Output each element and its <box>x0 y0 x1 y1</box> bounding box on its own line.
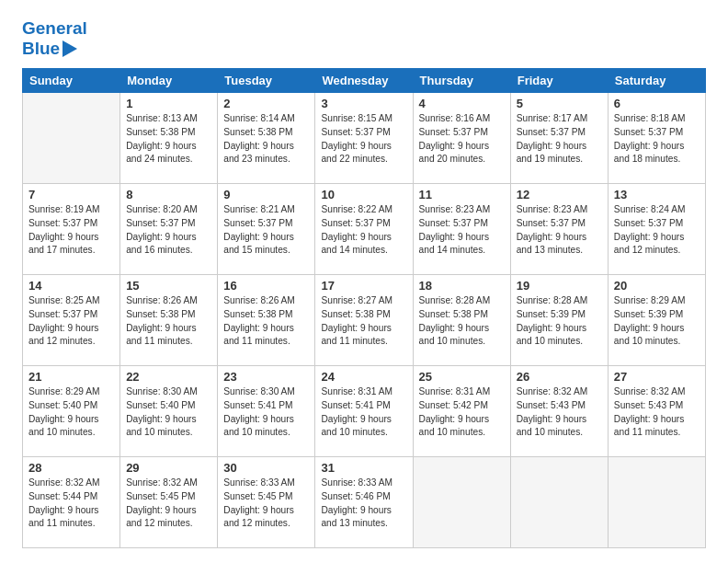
calendar-cell: 14Sunrise: 8:25 AM Sunset: 5:37 PM Dayli… <box>23 275 120 366</box>
day-info: Sunrise: 8:28 AM Sunset: 5:38 PM Dayligh… <box>419 294 505 349</box>
week-row-2: 14Sunrise: 8:25 AM Sunset: 5:37 PM Dayli… <box>23 275 706 366</box>
day-number: 5 <box>517 97 602 110</box>
day-info: Sunrise: 8:26 AM Sunset: 5:38 PM Dayligh… <box>126 294 211 349</box>
calendar-cell: 15Sunrise: 8:26 AM Sunset: 5:38 PM Dayli… <box>120 275 218 366</box>
calendar-cell: 21Sunrise: 8:29 AM Sunset: 5:40 PM Dayli… <box>23 366 120 457</box>
day-info: Sunrise: 8:31 AM Sunset: 5:41 PM Dayligh… <box>321 385 406 440</box>
calendar-cell: 24Sunrise: 8:31 AM Sunset: 5:41 PM Dayli… <box>315 366 413 457</box>
day-number: 24 <box>321 370 406 384</box>
day-number: 11 <box>419 188 505 201</box>
day-info: Sunrise: 8:16 AM Sunset: 5:37 PM Dayligh… <box>419 112 505 167</box>
day-info: Sunrise: 8:21 AM Sunset: 5:37 PM Dayligh… <box>223 203 309 258</box>
calendar-cell <box>23 93 120 184</box>
day-number: 8 <box>126 188 211 201</box>
day-info: Sunrise: 8:32 AM Sunset: 5:45 PM Dayligh… <box>126 477 211 531</box>
calendar-cell <box>608 457 705 548</box>
calendar-cell: 13Sunrise: 8:24 AM Sunset: 5:37 PM Dayli… <box>608 184 705 275</box>
calendar-cell: 4Sunrise: 8:16 AM Sunset: 5:37 PM Daylig… <box>413 93 510 184</box>
logo-arrow-icon <box>63 40 77 57</box>
day-info: Sunrise: 8:29 AM Sunset: 5:39 PM Dayligh… <box>614 294 700 349</box>
calendar-cell: 8Sunrise: 8:20 AM Sunset: 5:37 PM Daylig… <box>120 184 218 275</box>
day-info: Sunrise: 8:26 AM Sunset: 5:38 PM Dayligh… <box>223 294 309 349</box>
day-number: 31 <box>321 461 406 475</box>
weekday-header-monday: Monday <box>120 69 218 93</box>
day-info: Sunrise: 8:33 AM Sunset: 5:46 PM Dayligh… <box>321 477 406 531</box>
calendar-cell: 10Sunrise: 8:22 AM Sunset: 5:37 PM Dayli… <box>315 184 413 275</box>
calendar-cell: 2Sunrise: 8:14 AM Sunset: 5:38 PM Daylig… <box>218 93 315 184</box>
day-number: 16 <box>223 279 309 293</box>
day-number: 23 <box>223 370 309 384</box>
day-info: Sunrise: 8:17 AM Sunset: 5:37 PM Dayligh… <box>517 112 602 167</box>
day-number: 13 <box>614 188 700 201</box>
calendar-cell <box>510 457 608 548</box>
day-info: Sunrise: 8:27 AM Sunset: 5:38 PM Dayligh… <box>321 294 406 349</box>
calendar-cell <box>413 457 510 548</box>
day-number: 4 <box>419 97 505 110</box>
day-number: 25 <box>419 370 505 384</box>
day-number: 6 <box>614 97 700 110</box>
day-info: Sunrise: 8:18 AM Sunset: 5:37 PM Dayligh… <box>614 112 700 167</box>
day-number: 30 <box>223 461 309 475</box>
weekday-header-sunday: Sunday <box>23 69 120 93</box>
day-info: Sunrise: 8:23 AM Sunset: 5:37 PM Dayligh… <box>517 203 602 258</box>
calendar-cell: 30Sunrise: 8:33 AM Sunset: 5:45 PM Dayli… <box>218 457 315 548</box>
week-row-4: 28Sunrise: 8:32 AM Sunset: 5:44 PM Dayli… <box>23 457 706 548</box>
logo-line2: Blue <box>22 39 87 59</box>
weekday-header-saturday: Saturday <box>608 69 705 93</box>
day-info: Sunrise: 8:25 AM Sunset: 5:37 PM Dayligh… <box>28 294 114 349</box>
calendar-cell: 25Sunrise: 8:31 AM Sunset: 5:42 PM Dayli… <box>413 366 510 457</box>
logo: General Blue <box>22 18 87 59</box>
calendar-cell: 22Sunrise: 8:30 AM Sunset: 5:40 PM Dayli… <box>120 366 218 457</box>
calendar-cell: 18Sunrise: 8:28 AM Sunset: 5:38 PM Dayli… <box>413 275 510 366</box>
calendar-cell: 27Sunrise: 8:32 AM Sunset: 5:43 PM Dayli… <box>608 366 705 457</box>
day-number: 3 <box>321 97 406 110</box>
day-number: 15 <box>126 279 211 293</box>
calendar-cell: 16Sunrise: 8:26 AM Sunset: 5:38 PM Dayli… <box>218 275 315 366</box>
week-row-0: 1Sunrise: 8:13 AM Sunset: 5:38 PM Daylig… <box>23 93 706 184</box>
day-info: Sunrise: 8:32 AM Sunset: 5:43 PM Dayligh… <box>614 385 700 440</box>
weekday-header-thursday: Thursday <box>413 69 510 93</box>
day-info: Sunrise: 8:13 AM Sunset: 5:38 PM Dayligh… <box>126 112 211 167</box>
weekday-header-tuesday: Tuesday <box>218 69 315 93</box>
day-info: Sunrise: 8:19 AM Sunset: 5:37 PM Dayligh… <box>28 203 114 258</box>
day-number: 9 <box>223 188 309 201</box>
day-number: 14 <box>28 279 114 293</box>
week-row-3: 21Sunrise: 8:29 AM Sunset: 5:40 PM Dayli… <box>23 366 706 457</box>
day-number: 12 <box>517 188 602 201</box>
day-number: 19 <box>517 279 602 293</box>
day-number: 10 <box>321 188 406 201</box>
day-number: 28 <box>28 461 114 475</box>
day-number: 1 <box>126 97 211 110</box>
calendar-cell: 31Sunrise: 8:33 AM Sunset: 5:46 PM Dayli… <box>315 457 413 548</box>
day-info: Sunrise: 8:32 AM Sunset: 5:43 PM Dayligh… <box>517 385 602 440</box>
calendar-cell: 11Sunrise: 8:23 AM Sunset: 5:37 PM Dayli… <box>413 184 510 275</box>
calendar-cell: 17Sunrise: 8:27 AM Sunset: 5:38 PM Dayli… <box>315 275 413 366</box>
calendar-cell: 23Sunrise: 8:30 AM Sunset: 5:41 PM Dayli… <box>218 366 315 457</box>
calendar-cell: 29Sunrise: 8:32 AM Sunset: 5:45 PM Dayli… <box>120 457 218 548</box>
weekday-header-row: SundayMondayTuesdayWednesdayThursdayFrid… <box>23 69 706 93</box>
day-info: Sunrise: 8:20 AM Sunset: 5:37 PM Dayligh… <box>126 203 211 258</box>
day-info: Sunrise: 8:22 AM Sunset: 5:37 PM Dayligh… <box>321 203 406 258</box>
logo-line1: General <box>22 18 87 39</box>
week-row-1: 7Sunrise: 8:19 AM Sunset: 5:37 PM Daylig… <box>23 184 706 275</box>
day-number: 7 <box>28 188 114 201</box>
day-number: 2 <box>223 97 309 110</box>
day-info: Sunrise: 8:33 AM Sunset: 5:45 PM Dayligh… <box>223 477 309 531</box>
day-info: Sunrise: 8:14 AM Sunset: 5:38 PM Dayligh… <box>223 112 309 167</box>
day-number: 29 <box>126 461 211 475</box>
calendar-cell: 5Sunrise: 8:17 AM Sunset: 5:37 PM Daylig… <box>510 93 608 184</box>
page: General Blue SundayMondayTuesdayWednesda… <box>0 0 728 563</box>
calendar-cell: 19Sunrise: 8:28 AM Sunset: 5:39 PM Dayli… <box>510 275 608 366</box>
calendar-cell: 3Sunrise: 8:15 AM Sunset: 5:37 PM Daylig… <box>315 93 413 184</box>
day-number: 18 <box>419 279 505 293</box>
weekday-header-wednesday: Wednesday <box>315 69 413 93</box>
calendar-cell: 7Sunrise: 8:19 AM Sunset: 5:37 PM Daylig… <box>23 184 120 275</box>
calendar-cell: 28Sunrise: 8:32 AM Sunset: 5:44 PM Dayli… <box>23 457 120 548</box>
day-number: 26 <box>517 370 602 384</box>
calendar-cell: 20Sunrise: 8:29 AM Sunset: 5:39 PM Dayli… <box>608 275 705 366</box>
calendar-cell: 6Sunrise: 8:18 AM Sunset: 5:37 PM Daylig… <box>608 93 705 184</box>
day-info: Sunrise: 8:30 AM Sunset: 5:40 PM Dayligh… <box>126 385 211 440</box>
day-number: 21 <box>28 370 114 384</box>
header: General Blue <box>22 18 706 59</box>
day-number: 20 <box>614 279 700 293</box>
